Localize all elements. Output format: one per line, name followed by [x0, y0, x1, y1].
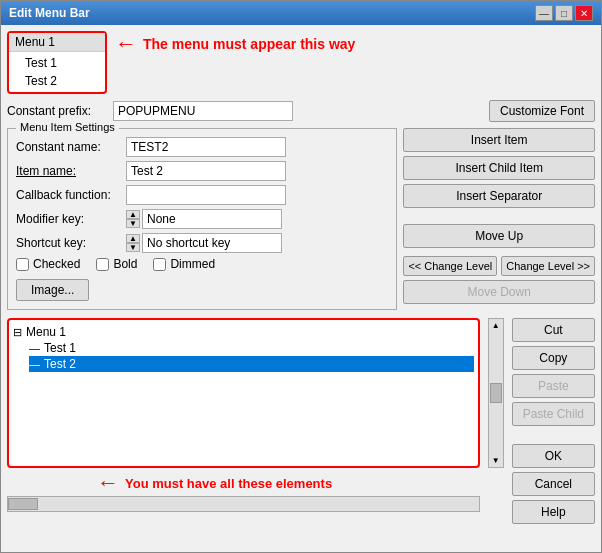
change-level-right-button[interactable]: Change Level >> — [501, 256, 595, 276]
minimize-button[interactable]: — — [535, 5, 553, 21]
insert-child-button[interactable]: Insert Child Item — [403, 156, 595, 180]
change-level-left-button[interactable]: << Change Level — [403, 256, 497, 276]
tree-node-label: Menu 1 — [26, 325, 66, 339]
shortcut-spin[interactable]: ▲ ▼ — [126, 234, 140, 252]
annotation1-box: ← The menu must appear this way — [115, 31, 355, 57]
scrollbar-thumb[interactable] — [8, 498, 38, 510]
vertical-scrollbar[interactable]: ▲ ▼ — [488, 318, 504, 468]
dimmed-checkbox-item: Dimmed — [153, 257, 215, 271]
checkboxes-row: Checked Bold Dimmed — [16, 257, 388, 271]
checked-checkbox-item: Checked — [16, 257, 80, 271]
change-level-row: << Change Level Change Level >> — [403, 256, 595, 276]
annotation2-text: You must have all these elements — [125, 476, 332, 491]
constant-name-label: Constant name: — [16, 140, 126, 154]
item-name-label: Item name: — [16, 164, 126, 178]
menu-demo-header: Menu 1 — [9, 33, 105, 52]
checked-checkbox[interactable] — [16, 258, 29, 271]
scroll-up-arrow[interactable]: ▲ — [492, 321, 500, 330]
checked-label: Checked — [33, 257, 80, 271]
tree-node-menu1[interactable]: ⊟ Menu 1 — [13, 324, 474, 340]
tree-node-test1-label: Test 1 — [44, 341, 76, 355]
maximize-button[interactable]: □ — [555, 5, 573, 21]
tree-container: ⊟ Menu 1 — Test 1 — Test 2 — [7, 318, 480, 524]
title-bar: Edit Menu Bar — □ ✕ — [1, 1, 601, 25]
menu-demo-items: Test 1 Test 2 — [9, 52, 105, 92]
tree-leaf-icon2: — — [29, 358, 40, 370]
vertical-scrollbar-area: ▲ ▼ — [488, 318, 504, 524]
item-name-input[interactable] — [126, 161, 286, 181]
paste-child-button[interactable]: Paste Child — [512, 402, 595, 426]
insert-item-button[interactable]: Insert Item — [403, 128, 595, 152]
prefix-label: Constant prefix: — [7, 104, 107, 118]
horizontal-scrollbar[interactable] — [7, 496, 480, 512]
shortcut-label: Shortcut key: — [16, 236, 126, 250]
annotation2-box: ← You must have all these elements — [97, 470, 480, 496]
group-label: Menu Item Settings — [16, 121, 119, 133]
modifier-row: Modifier key: ▲ ▼ None — [16, 209, 388, 229]
shortcut-value: No shortcut key — [142, 233, 282, 253]
copy-button[interactable]: Copy — [512, 346, 595, 370]
bold-checkbox-item: Bold — [96, 257, 137, 271]
customize-font-button[interactable]: Customize Font — [489, 100, 595, 122]
annotation1-arrow: ← — [115, 31, 137, 57]
constant-name-row: Constant name: — [16, 137, 388, 157]
main-layout: Menu Item Settings Constant name: Item n… — [7, 128, 595, 318]
expand-icon: ⊟ — [13, 326, 22, 339]
menu-demo: Menu 1 Test 1 Test 2 — [7, 31, 107, 94]
prefix-row: Constant prefix: Customize Font — [7, 100, 595, 122]
insert-separator-button[interactable]: Insert Separator — [403, 184, 595, 208]
tree-node-test1[interactable]: — Test 1 — [29, 340, 474, 356]
constant-name-input[interactable] — [126, 137, 286, 157]
shortcut-row: Shortcut key: ▲ ▼ No shortcut key — [16, 233, 388, 253]
left-col: Menu Item Settings Constant name: Item n… — [7, 128, 397, 318]
menu-item-settings-group: Menu Item Settings Constant name: Item n… — [7, 128, 397, 310]
callback-input[interactable] — [126, 185, 286, 205]
top-section: Menu 1 Test 1 Test 2 ← The menu must app… — [7, 31, 595, 94]
paste-button[interactable]: Paste — [512, 374, 595, 398]
window-title: Edit Menu Bar — [9, 6, 90, 20]
item-name-row: Item name: — [16, 161, 388, 181]
menu-demo-item-2[interactable]: Test 2 — [9, 72, 105, 90]
bold-checkbox[interactable] — [96, 258, 109, 271]
tree-node-test2[interactable]: — Test 2 — [29, 356, 474, 372]
annotation2-arrow: ← — [97, 470, 119, 496]
modifier-value: None — [142, 209, 282, 229]
content-area: Menu 1 Test 1 Test 2 ← The menu must app… — [1, 25, 601, 530]
modifier-up-btn[interactable]: ▲ — [126, 210, 140, 219]
modifier-down-btn[interactable]: ▼ — [126, 219, 140, 228]
scroll-thumb[interactable] — [490, 383, 502, 403]
close-button[interactable]: ✕ — [575, 5, 593, 21]
scroll-down-arrow[interactable]: ▼ — [492, 456, 500, 465]
cut-button[interactable]: Cut — [512, 318, 595, 342]
modifier-label: Modifier key: — [16, 212, 126, 226]
tree-leaf-icon1: — — [29, 342, 40, 354]
side-buttons: Cut Copy Paste Paste Child OK Cancel Hel… — [512, 318, 595, 524]
move-down-button[interactable]: Move Down — [403, 280, 595, 304]
prefix-input[interactable] — [113, 101, 293, 121]
tree-node-test2-label: Test 2 — [44, 357, 76, 371]
bold-label: Bold — [113, 257, 137, 271]
modifier-spin[interactable]: ▲ ▼ — [126, 210, 140, 228]
tree-view[interactable]: ⊟ Menu 1 — Test 1 — Test 2 — [7, 318, 480, 468]
callback-row: Callback function: — [16, 185, 388, 205]
annotation1-text: The menu must appear this way — [143, 36, 355, 52]
tree-indent-1: — Test 1 — Test 2 — [29, 340, 474, 372]
ok-button[interactable]: OK — [512, 444, 595, 468]
title-bar-controls: — □ ✕ — [535, 5, 593, 21]
main-window: Edit Menu Bar — □ ✕ Menu 1 Test 1 Test 2… — [0, 0, 602, 553]
image-button[interactable]: Image... — [16, 279, 89, 301]
move-up-button[interactable]: Move Up — [403, 224, 595, 248]
bottom-section: ⊟ Menu 1 — Test 1 — Test 2 — [7, 318, 595, 524]
menu-demo-item-1[interactable]: Test 1 — [9, 54, 105, 72]
shortcut-down-btn[interactable]: ▼ — [126, 243, 140, 252]
cancel-button[interactable]: Cancel — [512, 472, 595, 496]
shortcut-up-btn[interactable]: ▲ — [126, 234, 140, 243]
dimmed-label: Dimmed — [170, 257, 215, 271]
help-button[interactable]: Help — [512, 500, 595, 524]
callback-label: Callback function: — [16, 188, 126, 202]
dimmed-checkbox[interactable] — [153, 258, 166, 271]
right-col: Insert Item Insert Child Item Insert Sep… — [403, 128, 595, 318]
